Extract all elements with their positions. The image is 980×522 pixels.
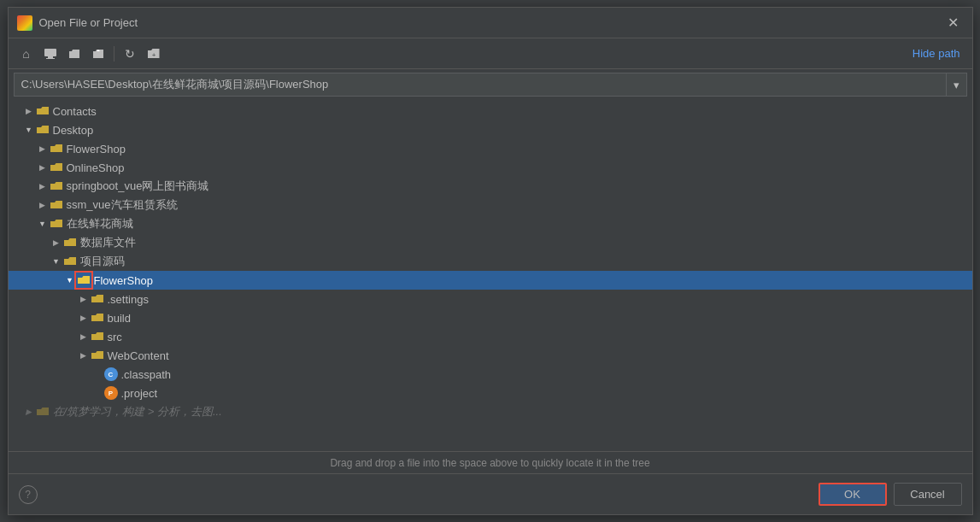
- tree-item-webcontent[interactable]: ▶ WebContent: [9, 346, 972, 365]
- label-database: 数据库文件: [80, 235, 136, 250]
- folder-icon-flowershop-selected: [77, 273, 91, 287]
- folder-icon-blurred: [36, 405, 50, 419]
- tree-item-build[interactable]: ▶ build: [9, 308, 972, 327]
- folder-icon-onlineshop: [50, 161, 63, 174]
- label-zaixian: 在线鲜花商城: [67, 216, 133, 232]
- tree-item-contacts[interactable]: ▶ Contacts: [9, 102, 972, 120]
- label-build: build: [108, 312, 131, 325]
- toggle-flowershop-selected[interactable]: ▼: [63, 273, 77, 287]
- status-bar: Drag and drop a file into the space abov…: [9, 451, 972, 473]
- title-bar: Open File or Project ✕: [9, 8, 972, 38]
- label-project: .project: [121, 387, 158, 400]
- svg-text:+: +: [151, 51, 156, 59]
- tree-item-ssm-vue[interactable]: ▶ ssm_vue汽车租赁系统: [9, 196, 972, 214]
- open-file-dialog: Open File or Project ✕ ⌂ ↻ + Hide path ▾…: [8, 7, 973, 515]
- dialog-title: Open File or Project: [39, 16, 942, 29]
- svg-rect-0: [44, 49, 56, 56]
- tree-item-project-source[interactable]: ▼ 项目源码: [9, 252, 972, 271]
- folder-icon-desktop: [36, 123, 50, 137]
- ok-button[interactable]: OK: [819, 483, 887, 506]
- label-webcontent: WebContent: [108, 349, 169, 362]
- tree-item-database[interactable]: ▶ 数据库文件: [9, 233, 972, 252]
- folder-icon-settings: [91, 292, 104, 306]
- folder-icon-contacts: [36, 104, 50, 118]
- toggle-flowershop-top[interactable]: ▶: [36, 142, 50, 155]
- project-file-icon: P: [104, 386, 118, 400]
- classpath-file-icon: C: [104, 367, 118, 381]
- label-desktop: Desktop: [53, 124, 94, 137]
- home-button[interactable]: ⌂: [15, 44, 38, 64]
- label-contacts: Contacts: [53, 105, 97, 118]
- bottom-bar: ? OK Cancel: [9, 473, 972, 514]
- label-flowershop-selected: FlowerShop: [94, 274, 153, 287]
- path-bar: ▾: [14, 73, 967, 97]
- svg-rect-1: [48, 56, 53, 58]
- toggle-project-source[interactable]: ▼: [50, 255, 63, 268]
- tree-item-onlineshop[interactable]: ▶ OnlineShop: [9, 158, 972, 177]
- toggle-settings[interactable]: ▶: [77, 292, 91, 306]
- label-springboot: springboot_vue网上图书商城: [67, 179, 209, 194]
- folder-icon-webcontent: [91, 349, 104, 362]
- toggle-blurred[interactable]: ▶: [22, 405, 36, 419]
- toolbar: ⌂ ↻ + Hide path: [9, 38, 972, 69]
- label-project-source: 项目源码: [80, 254, 125, 269]
- label-onlineshop: OnlineShop: [67, 161, 125, 174]
- tree-item-flowershop-top[interactable]: ▶ FlowerShop: [9, 139, 972, 158]
- toggle-zaixian[interactable]: ▼: [36, 217, 50, 231]
- file-tree[interactable]: ▶ Contacts ▼ Desktop ▶ FlowerShop: [9, 100, 972, 451]
- app-icon: [17, 15, 32, 31]
- label-settings: .settings: [108, 293, 149, 306]
- folder-up2-button[interactable]: [87, 44, 109, 64]
- tree-item-desktop[interactable]: ▼ Desktop: [9, 120, 972, 139]
- toggle-webcontent[interactable]: ▶: [77, 349, 91, 362]
- folder-icon-database: [63, 236, 77, 249]
- folder-icon-project-source: [63, 255, 77, 268]
- folder-icon-build: [91, 311, 104, 325]
- toggle-desktop[interactable]: ▼: [22, 123, 36, 137]
- cancel-button[interactable]: Cancel: [894, 483, 962, 506]
- toggle-contacts[interactable]: ▶: [22, 104, 36, 118]
- tree-item-classpath[interactable]: C .classpath: [9, 365, 972, 384]
- tree-item-src[interactable]: ▶ src: [9, 327, 972, 346]
- tree-item-flowershop-selected[interactable]: ▼ FlowerShop: [9, 271, 972, 290]
- action-buttons: OK Cancel: [819, 483, 962, 506]
- help-button[interactable]: ?: [19, 485, 38, 504]
- toggle-build[interactable]: ▶: [77, 311, 91, 325]
- label-ssm-vue: ssm_vue汽车租赁系统: [67, 197, 178, 213]
- tree-item-blurred[interactable]: ▶ 在/筑梦学习，构建 > 分析，去图...: [9, 402, 972, 421]
- tree-item-project[interactable]: P .project: [9, 384, 972, 402]
- tree-item-zaixian[interactable]: ▼ 在线鲜花商城: [9, 214, 972, 233]
- status-text: Drag and drop a file into the space abov…: [330, 457, 649, 469]
- toggle-src[interactable]: ▶: [77, 330, 91, 343]
- label-src: src: [108, 331, 122, 343]
- hide-path-button[interactable]: Hide path: [907, 45, 965, 62]
- toggle-springboot[interactable]: ▶: [36, 179, 50, 193]
- tree-item-settings[interactable]: ▶ .settings: [9, 290, 972, 308]
- folder-icon-springboot: [50, 179, 63, 193]
- folder-icon-flowershop-top: [50, 142, 63, 155]
- label-classpath: .classpath: [121, 368, 172, 381]
- svg-rect-2: [46, 58, 55, 59]
- desktop-button[interactable]: [39, 44, 62, 64]
- folder-icon-src: [91, 330, 104, 343]
- toggle-database[interactable]: ▶: [50, 236, 63, 249]
- close-button[interactable]: ✕: [942, 15, 964, 32]
- toggle-ssm-vue[interactable]: ▶: [36, 198, 50, 212]
- path-dropdown-button[interactable]: ▾: [946, 73, 966, 96]
- label-flowershop-top: FlowerShop: [67, 143, 126, 155]
- folder-icon-zaixian: [50, 217, 63, 231]
- refresh-button[interactable]: ↻: [119, 44, 141, 64]
- folder-up-button[interactable]: [63, 44, 85, 64]
- path-input[interactable]: [15, 79, 946, 91]
- toolbar-separator-1: [114, 46, 114, 62]
- folder-icon-ssm-vue: [50, 198, 63, 212]
- tree-item-springboot[interactable]: ▶ springboot_vue网上图书商城: [9, 177, 972, 196]
- toggle-onlineshop[interactable]: ▶: [36, 161, 50, 174]
- new-folder-button[interactable]: +: [143, 44, 165, 64]
- label-blurred: 在/筑梦学习，构建 > 分析，去图...: [53, 404, 222, 419]
